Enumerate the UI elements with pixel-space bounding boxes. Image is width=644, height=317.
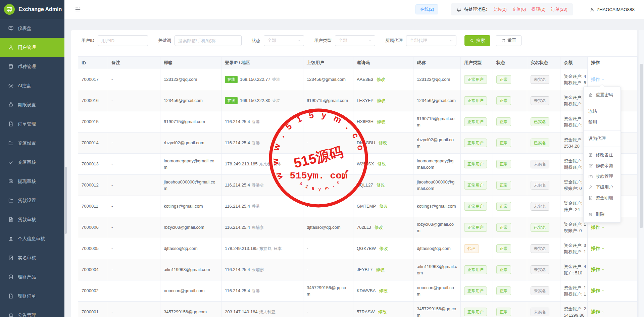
invite-edit-link[interactable]: 修改: [379, 288, 388, 293]
cell-nickname: laomomegapay@gmail.com: [413, 154, 461, 175]
invite-edit-link[interactable]: 修改: [377, 77, 385, 82]
page-scrollbar-thumb[interactable]: [640, 64, 643, 228]
pending-message-item[interactable]: 提现(2): [532, 7, 546, 12]
collapse-sidebar-icon[interactable]: [75, 6, 81, 13]
online-count-badge[interactable]: 在线(2): [415, 4, 438, 14]
sidebar-scrollbar-thumb[interactable]: [65, 167, 67, 234]
person-icon: [8, 236, 14, 242]
table-body: 7000017-123123@qq.com在线169.150.222.77香港1…: [78, 69, 638, 317]
sidebar-item-理财订单[interactable]: 理财订单: [0, 286, 64, 306]
keyword-input[interactable]: [175, 35, 242, 46]
invite-edit-link[interactable]: 修改: [377, 119, 386, 124]
cell-realname-status: 已实名: [527, 217, 560, 238]
user-id-input[interactable]: [98, 35, 148, 46]
balance-line2: 541299.86: [564, 312, 587, 317]
sidebar-item-label: 提现审核: [18, 178, 36, 184]
agent-select[interactable]: 全部代理: [406, 35, 456, 46]
chevron-down-icon: [601, 225, 605, 229]
sidebar-item-label: 期限设置: [18, 102, 36, 108]
sidebar-item-期限设置[interactable]: 期限设置: [0, 95, 64, 114]
row-action-dropdown[interactable]: 操作: [591, 245, 605, 252]
invite-edit-link[interactable]: 修改: [379, 204, 388, 209]
row-action-dropdown[interactable]: 操作: [591, 266, 605, 273]
sidebar-item-个人信息审核[interactable]: 个人信息审核: [0, 229, 64, 248]
invite-edit-link[interactable]: 修改: [378, 309, 387, 314]
sidebar-item-币种管理[interactable]: 币种管理: [0, 57, 64, 76]
cell-remark: -: [108, 175, 160, 196]
invite-edit-link[interactable]: 修改: [377, 98, 386, 103]
menu-item-修改备注[interactable]: 修改备注: [584, 150, 621, 160]
invite-edit-link[interactable]: 修改: [376, 182, 385, 188]
menu-item-收款管理[interactable]: 收款管理: [584, 171, 621, 182]
keyword-label: 关键词: [158, 38, 171, 44]
table-row: 7000004-ailin119963@gmail.com116.214.25.…: [78, 259, 638, 280]
chevron-down-icon: [601, 247, 605, 251]
sidebar-item-label: AI控盘: [18, 83, 31, 89]
table-row: 7000005-djttasso@qq.com178.249.213.185东京…: [78, 238, 638, 259]
cell-parent-user: -: [303, 259, 353, 280]
user-type-select[interactable]: 全部: [335, 35, 375, 46]
balance-line2: 期权账户: 1: [564, 249, 587, 255]
status-badge: 正常: [496, 181, 511, 190]
cell-id: 7000001: [78, 302, 108, 317]
menu-item-设为代理[interactable]: 设为代理: [584, 133, 621, 144]
realname-badge: 未实名: [531, 244, 549, 253]
invite-edit-link[interactable]: 修改: [379, 246, 388, 251]
chevron-down-icon: [368, 39, 372, 43]
cell-parent-user: -: [303, 196, 353, 217]
login-ip: 116.214.25.4: [225, 288, 250, 293]
reset-button[interactable]: 重置: [496, 35, 522, 46]
status-badge: 正常: [496, 286, 511, 295]
sidebar-item-提现审核[interactable]: 提现审核: [0, 172, 64, 191]
cell-id: 7000002: [78, 280, 108, 302]
sidebar-item-贷款审核[interactable]: 贷款审核: [0, 210, 64, 229]
menu-item-重置密码[interactable]: 重置密码: [584, 90, 621, 100]
sidebar-item-充值设置[interactable]: 充值设置: [0, 134, 64, 153]
row-action-dropdown[interactable]: 操作: [591, 76, 605, 83]
invite-edit-link[interactable]: 修改: [379, 140, 387, 145]
row-action-dropdown[interactable]: 操作: [591, 309, 605, 315]
invite-code: QGK7BW: [357, 246, 376, 251]
sidebar-item-订单管理[interactable]: 订单管理: [0, 114, 64, 134]
cell-email: 9190715@gmail.com: [160, 111, 221, 133]
sidebar-item-理财产品[interactable]: 理财产品: [0, 267, 64, 286]
pending-message-item[interactable]: 实名(2): [493, 7, 507, 12]
sidebar-item-AI控盘[interactable]: AI控盘: [0, 76, 64, 95]
edit-icon: [588, 153, 593, 157]
invite-edit-link[interactable]: 修改: [377, 161, 386, 166]
column-header: 状态: [493, 57, 527, 69]
current-user[interactable]: ZHAOCAIMAO888: [590, 7, 635, 12]
row-action-dropdown[interactable]: 操作: [591, 224, 605, 231]
menu-item-冻结[interactable]: 冻结: [584, 106, 621, 117]
row-action-dropdown[interactable]: 操作: [591, 287, 605, 294]
status-select[interactable]: 全部: [264, 35, 304, 46]
sidebar-item-贷款设置[interactable]: 贷款设置: [0, 191, 64, 210]
cell-ip-region: 在线169.150.222.77香港: [221, 69, 303, 90]
pending-message-item[interactable]: 订单(23): [551, 7, 567, 12]
menu-item-禁用[interactable]: 禁用: [584, 117, 621, 127]
menu-item-下级用户[interactable]: 下级用户: [584, 182, 621, 193]
sidebar-item-充值审核[interactable]: 充值审核: [0, 153, 64, 172]
document-icon: [8, 293, 14, 299]
balance-line2: 期权账户: 5: [564, 80, 587, 86]
page-scrollbar-track[interactable]: [639, 30, 644, 317]
search-button[interactable]: 搜索: [464, 35, 490, 46]
cell-ip-region: 116.214.25.4香港: [221, 280, 303, 302]
sidebar-item-仪表盘[interactable]: 仪表盘: [0, 19, 64, 38]
menu-item-资金明细[interactable]: 资金明细: [584, 193, 621, 203]
sidebar-item-实名审核[interactable]: 实名审核: [0, 248, 64, 267]
balance-line2: 期权账户: 1: [564, 291, 587, 298]
invite-edit-link[interactable]: 修改: [376, 267, 385, 272]
search-button-label: 搜索: [476, 38, 485, 44]
table-row: 7000017-123123@qq.com在线169.150.222.77香港1…: [78, 69, 638, 90]
sidebar-item-用户管理[interactable]: 用户管理: [0, 38, 64, 57]
user-type-label: 用户类型: [314, 38, 332, 44]
login-ip: 116.214.25.4: [225, 267, 250, 272]
menu-item-删除[interactable]: 删除: [584, 209, 621, 220]
invite-edit-link[interactable]: 修改: [375, 225, 383, 230]
sidebar-item-公告管理[interactable]: 公告管理: [0, 306, 64, 317]
cell-parent-user: 3457299156@qq.com: [303, 280, 353, 302]
pending-message-item[interactable]: 充值(6): [512, 7, 526, 12]
menu-item-修改余额[interactable]: 修改余额: [584, 160, 621, 171]
cell-user-type: 正常用户: [461, 90, 493, 111]
